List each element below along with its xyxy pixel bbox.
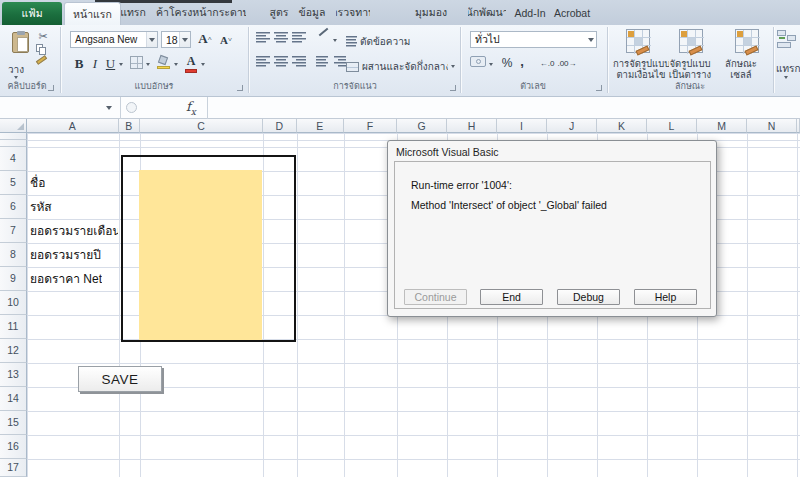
format-painter-icon[interactable] xyxy=(36,58,47,62)
align-left-icon[interactable] xyxy=(256,56,270,67)
column-header-N[interactable]: N xyxy=(747,119,797,133)
row-header-15[interactable]: 15 xyxy=(0,411,27,435)
column-header-E[interactable]: E xyxy=(297,119,345,133)
font-dialog-launcher[interactable] xyxy=(237,85,243,91)
column-header-F[interactable]: F xyxy=(344,119,397,133)
row-header-8[interactable]: 8 xyxy=(0,243,27,267)
tab-home-active[interactable]: หน้าแรก xyxy=(64,2,121,25)
tab-file[interactable]: แฟ้ม xyxy=(2,2,62,25)
number-format-combo[interactable]: ทั่วไป xyxy=(470,31,597,48)
cell-A7[interactable]: ยอดรวมรายเดือน xyxy=(30,219,118,243)
font-color-dropdown[interactable] xyxy=(201,63,205,66)
paste-label[interactable]: วาง xyxy=(8,62,24,77)
grow-font-button[interactable]: A˄ xyxy=(196,30,214,48)
row-header-16[interactable]: 16 xyxy=(0,435,27,459)
shrink-font-button[interactable]: A˅ xyxy=(217,32,235,48)
row-header-11[interactable]: 11 xyxy=(0,315,27,339)
copy-icon[interactable] xyxy=(36,44,46,55)
cell-A5[interactable]: ชื่อ xyxy=(30,171,45,195)
cell-styles-button[interactable]: ลักษณะ เซลล์ xyxy=(720,58,762,80)
column-header-L[interactable]: L xyxy=(647,119,697,133)
italic-button[interactable]: I xyxy=(89,55,101,72)
align-middle-icon[interactable] xyxy=(274,32,288,43)
save-button[interactable]: SAVE xyxy=(78,366,162,392)
font-size-combo[interactable]: 18 xyxy=(161,31,191,48)
increase-decimal-button[interactable]: ←.0 xyxy=(538,57,556,69)
underline-button[interactable]: U xyxy=(104,55,117,72)
merge-center-button[interactable]: ผสานและจัดกึ่งกลาง xyxy=(346,59,455,74)
dialog-button-debug[interactable]: Debug xyxy=(557,289,620,305)
tab-3[interactable]: เค้าโครงหน้ากระดาษ xyxy=(156,0,246,25)
borders-dropdown[interactable] xyxy=(146,63,150,66)
row-header-9[interactable]: 9 xyxy=(0,267,27,291)
cell-A8[interactable]: ยอดรวมรายปี xyxy=(30,243,101,267)
row-header-14[interactable]: 14 xyxy=(0,387,27,411)
select-all-corner[interactable] xyxy=(0,119,27,133)
decrease-indent-icon[interactable] xyxy=(316,56,328,67)
font-color-icon[interactable]: A xyxy=(184,54,198,68)
column-header-K[interactable]: K xyxy=(597,119,647,133)
column-header-C[interactable]: C xyxy=(140,119,263,133)
align-top-icon[interactable] xyxy=(256,32,270,43)
column-header-G[interactable]: G xyxy=(397,119,447,133)
dialog-button-help[interactable]: Help xyxy=(634,289,697,305)
column-header-A[interactable]: A xyxy=(27,119,119,133)
insert-cells-dropdown[interactable] xyxy=(784,76,788,79)
fill-color-dropdown[interactable] xyxy=(174,63,178,66)
insert-function-icon[interactable]: fx xyxy=(186,99,196,117)
row-header-12[interactable]: 12 xyxy=(0,339,27,363)
row-header-6[interactable]: 6 xyxy=(0,195,27,219)
dialog-button-end[interactable]: End xyxy=(480,289,543,305)
name-box-dropdown[interactable] xyxy=(106,106,112,110)
row-header-7[interactable]: 7 xyxy=(0,219,27,243)
percent-style-button[interactable]: % xyxy=(500,55,514,71)
row-header-13[interactable]: 13 xyxy=(0,363,27,387)
underline-dropdown[interactable] xyxy=(119,63,123,66)
tab-7[interactable]: มุมมอง xyxy=(414,0,448,25)
column-header-B[interactable]: B xyxy=(119,119,141,133)
row-header-5[interactable]: 5 xyxy=(0,171,27,195)
accounting-dropdown[interactable] xyxy=(489,63,493,66)
number-dialog-launcher[interactable] xyxy=(596,85,602,91)
insert-cells-icon[interactable] xyxy=(777,30,797,50)
tab-6[interactable]: ตรวจทาน xyxy=(336,0,370,25)
align-right-icon[interactable] xyxy=(292,56,306,67)
column-header-H[interactable]: H xyxy=(447,119,497,133)
column-header-D[interactable]: D xyxy=(263,119,297,133)
column-header-I[interactable]: I xyxy=(497,119,547,133)
orientation-dropdown[interactable] xyxy=(333,39,337,42)
tab-9[interactable]: Add-In xyxy=(512,0,548,25)
format-as-table-button[interactable]: จัดรูปแบบ เป็นตาราง xyxy=(666,58,714,80)
row-header-17[interactable]: 17 xyxy=(0,459,27,477)
bold-button[interactable]: B xyxy=(72,55,86,72)
insert-cells-label[interactable]: แทรก xyxy=(776,61,800,76)
column-header-J[interactable]: J xyxy=(547,119,597,133)
decrease-decimal-button[interactable]: .00→ xyxy=(558,57,576,69)
wrap-text-button[interactable]: ตัดข้อความ xyxy=(346,34,410,49)
orientation-icon[interactable] xyxy=(318,31,329,33)
increase-indent-icon[interactable] xyxy=(334,56,346,67)
align-bottom-icon[interactable] xyxy=(292,32,306,43)
tab-5[interactable]: ข้อมูล xyxy=(297,0,327,25)
paste-button[interactable] xyxy=(6,29,34,55)
column-header-M[interactable]: M xyxy=(697,119,747,133)
row-header-4[interactable]: 4 xyxy=(0,147,27,171)
cut-icon[interactable]: ✂ xyxy=(36,30,50,42)
cell-A6[interactable]: รหัส xyxy=(30,195,52,219)
alignment-dialog-launcher[interactable] xyxy=(450,85,456,91)
cell-A9[interactable]: ยอดราคา Net xyxy=(30,267,102,291)
accounting-format-icon[interactable] xyxy=(470,56,486,67)
comma-style-button[interactable]: , xyxy=(517,53,527,69)
row-header-partial[interactable] xyxy=(0,133,27,140)
fill-color-icon[interactable] xyxy=(157,56,171,69)
borders-icon[interactable] xyxy=(130,56,143,69)
clipboard-dialog-launcher[interactable] xyxy=(48,85,54,91)
row-header-10[interactable]: 10 xyxy=(0,291,27,315)
tab-4[interactable]: สูตร xyxy=(264,0,294,25)
conditional-formatting-button[interactable]: การจัดรูปแบบ ตามเงื่อนไข xyxy=(613,58,669,80)
tab-10[interactable]: Acrobat xyxy=(550,0,594,25)
tab-8[interactable]: นักพัฒนา xyxy=(468,0,506,25)
align-center-icon[interactable] xyxy=(274,56,288,67)
drawn-rectangle[interactable] xyxy=(121,155,296,342)
font-name-combo[interactable]: Angsana New xyxy=(70,31,158,48)
